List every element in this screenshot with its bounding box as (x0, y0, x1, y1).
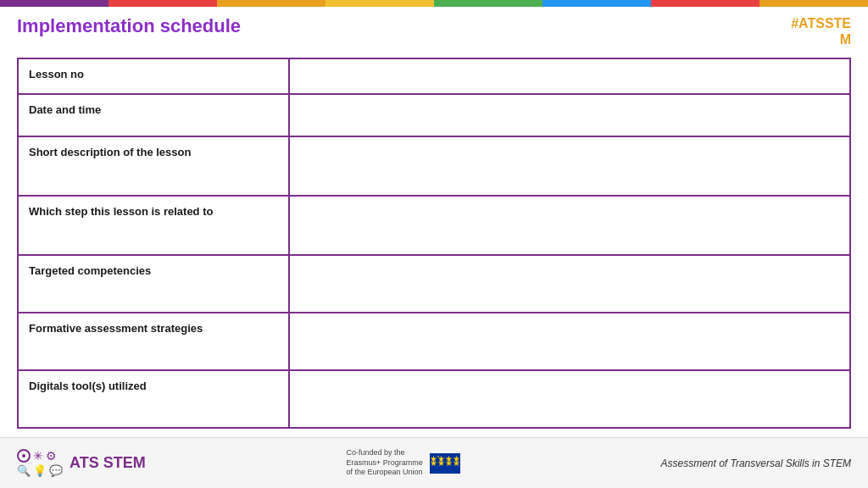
hashtag: #ATSSTE M (791, 15, 851, 47)
table-row: Which step this lesson is related to (18, 196, 850, 255)
header: Implementation schedule #ATSSTE M (0, 7, 868, 54)
eu-flag-icon: ★★★★★★ ★★★★★★ (430, 453, 460, 474)
table-row: Formative assessment strategies (18, 313, 850, 370)
footer-brand: ✳ ⚙ 🔍 💡 💬 ATS STEM (17, 449, 146, 477)
bar-segment-8 (760, 0, 868, 7)
snowflake-icon: ✳ (33, 449, 43, 463)
label-formative-assessment: Formative assessment strategies (18, 313, 289, 370)
value-short-description (289, 136, 850, 196)
bar-segment-3 (217, 0, 326, 7)
table-row: Lesson no (18, 58, 850, 94)
value-date-time (289, 94, 850, 136)
label-targeted-competencies: Targeted competencies (18, 255, 289, 313)
value-targeted-competencies (289, 255, 850, 313)
chat-icon: 💬 (49, 464, 63, 477)
bar-segment-7 (651, 0, 760, 7)
eu-funded-text: Co-funded by the Erasmus+ Programme of t… (346, 448, 422, 478)
ats-logo-icon-group: ✳ ⚙ 🔍 💡 💬 (17, 449, 63, 477)
footer-eu-info: Co-funded by the Erasmus+ Programme of t… (346, 448, 459, 478)
value-lesson-no (289, 58, 850, 94)
implementation-table-container: Lesson no Date and time Short descriptio… (0, 58, 868, 429)
footer: ✳ ⚙ 🔍 💡 💬 ATS STEM Co-funded by the Eras… (0, 437, 868, 488)
label-which-step: Which step this lesson is related to (18, 196, 289, 255)
bar-segment-4 (326, 0, 434, 7)
table-row: Date and time (18, 94, 850, 136)
brand-text: ATS STEM (70, 454, 146, 472)
bar-segment-2 (108, 0, 217, 7)
footer-tagline: Assessment of Transversal Skills in STEM (660, 458, 851, 469)
table-row: Targeted competencies (18, 255, 850, 313)
value-formative-assessment (289, 313, 850, 370)
gear-icon: ⚙ (46, 449, 57, 463)
label-digitals-tools: Digitals tool(s) utilized (18, 370, 289, 428)
table-row: Digitals tool(s) utilized (18, 370, 850, 428)
atom-icon (17, 449, 31, 463)
label-date-time: Date and time (18, 94, 289, 136)
value-which-step (289, 196, 850, 255)
bar-segment-1 (0, 0, 108, 7)
svg-text:★★★★★★: ★★★★★★ (430, 454, 460, 463)
search-icon: 🔍 (17, 464, 31, 477)
lightbulb-icon: 💡 (33, 464, 47, 477)
table-row: Short description of the lesson (18, 136, 850, 196)
label-short-description: Short description of the lesson (18, 136, 289, 196)
top-color-bar (0, 0, 868, 7)
value-digitals-tools (289, 370, 850, 428)
implementation-table: Lesson no Date and time Short descriptio… (17, 58, 851, 429)
page-title: Implementation schedule (17, 15, 241, 37)
bar-segment-5 (434, 0, 542, 7)
bar-segment-6 (542, 0, 651, 7)
label-lesson-no: Lesson no (18, 58, 289, 94)
